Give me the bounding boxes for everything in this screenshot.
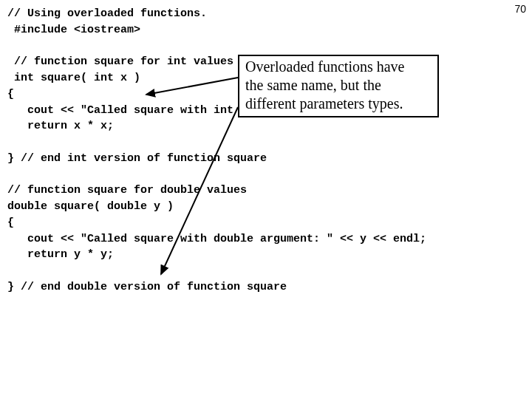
code-block: // Using overloaded functions. #include …: [7, 6, 525, 296]
code-line: } // end double version of function squa…: [7, 281, 287, 293]
code-line: {: [7, 216, 14, 229]
annotation-box: Overloaded functions have the same name,…: [238, 55, 439, 117]
code-line: cout << "Called square with double argum…: [7, 233, 426, 245]
annotation-line: Overloaded functions have: [245, 58, 432, 76]
code-line: #include <iostream>: [7, 24, 140, 36]
annotation-line: the same name, but the: [245, 76, 432, 95]
code-line: } // end int version of function square: [7, 152, 267, 165]
code-line: // function square for double values: [7, 184, 247, 197]
code-line: {: [7, 88, 14, 100]
code-line: double square( double y ): [7, 200, 174, 213]
code-line: int square( int x ): [7, 72, 140, 84]
code-line: return x * x;: [7, 120, 114, 132]
code-line: return y * y;: [7, 248, 114, 261]
annotation-line: different parameters types.: [245, 95, 432, 113]
slide: 70 // Using overloaded functions. #inclu…: [0, 0, 532, 399]
code-line: // Using overloaded functions.: [7, 7, 207, 20]
code-line: // function square for int values: [7, 55, 233, 68]
